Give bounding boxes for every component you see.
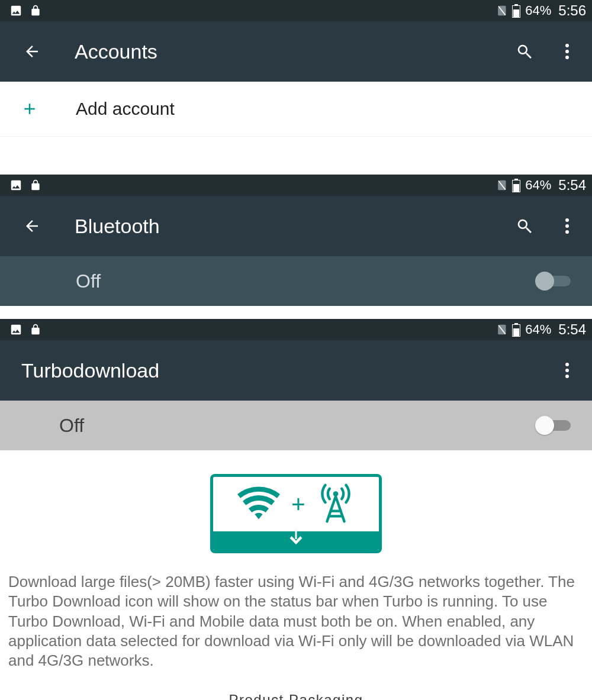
image-icon: [9, 179, 22, 192]
panel-turbo: 64% 5:54 Turbodownload Off: [0, 319, 592, 700]
status-bar: 64% 5:54: [0, 319, 592, 340]
battery-percent: 64%: [525, 322, 551, 337]
battery-icon: [512, 322, 520, 337]
toolbar-bluetooth: Bluetooth: [0, 196, 592, 256]
battery-percent: 64%: [525, 178, 551, 193]
add-account-label: Add account: [76, 99, 175, 119]
svg-point-20: [565, 375, 569, 378]
turbo-switch[interactable]: [536, 418, 571, 433]
svg-point-19: [565, 369, 569, 372]
add-account-row[interactable]: Add account: [0, 82, 592, 136]
svg-point-18: [565, 363, 569, 366]
lock-icon: [30, 4, 41, 18]
status-bar: 64% 5:54: [0, 175, 592, 196]
svg-rect-10: [514, 179, 518, 180]
toolbar-accounts: Accounts: [0, 21, 592, 82]
overflow-icon[interactable]: [554, 362, 580, 379]
turbo-illustration: +: [0, 450, 592, 567]
turbo-state-bar: Off: [0, 401, 592, 450]
sim-icon: [496, 322, 507, 337]
plus-symbol: +: [291, 491, 305, 518]
plus-icon: [19, 100, 40, 118]
download-arrow-icon: [285, 527, 307, 548]
wifi-icon: [236, 486, 282, 522]
svg-rect-17: [514, 323, 518, 325]
svg-point-6: [565, 56, 569, 59]
clock: 5:54: [558, 177, 586, 193]
image-icon: [9, 323, 22, 336]
svg-rect-2: [513, 9, 519, 17]
svg-point-13: [565, 230, 569, 234]
search-icon[interactable]: [511, 217, 538, 235]
clock: 5:54: [558, 321, 586, 338]
panel-bluetooth: 64% 5:54 Bluetooth Off: [0, 175, 592, 306]
sim-icon: [496, 4, 507, 18]
page-title: Turbodownload: [21, 359, 159, 382]
bluetooth-switch[interactable]: [536, 273, 571, 289]
status-bar: 64% 5:56: [0, 0, 592, 21]
bluetooth-state-label: Off: [76, 270, 101, 292]
back-icon[interactable]: [19, 217, 45, 235]
panel-gap: [0, 306, 592, 319]
search-icon[interactable]: [511, 43, 538, 60]
svg-rect-9: [513, 184, 519, 192]
caption: Product Packaging: [0, 685, 592, 700]
battery-icon: [512, 4, 520, 18]
overflow-icon[interactable]: [554, 217, 580, 235]
svg-rect-16: [513, 328, 519, 336]
back-icon[interactable]: [19, 43, 45, 60]
svg-point-5: [565, 50, 569, 53]
battery-icon: [512, 178, 520, 192]
svg-point-4: [565, 44, 569, 47]
page-title: Bluetooth: [75, 215, 160, 238]
panel-gap: [0, 137, 592, 175]
sim-icon: [496, 178, 507, 192]
battery-percent: 64%: [525, 3, 551, 18]
image-icon: [9, 4, 22, 17]
lock-icon: [30, 178, 41, 192]
svg-point-11: [565, 218, 569, 222]
turbo-state-label: Off: [59, 415, 84, 437]
toolbar-turbo: Turbodownload: [0, 340, 592, 401]
svg-point-12: [565, 224, 569, 228]
page-title: Accounts: [75, 40, 157, 63]
clock: 5:56: [558, 2, 586, 19]
svg-rect-3: [514, 4, 518, 6]
turbo-description: Download large files(> 20MB) faster usin…: [0, 567, 592, 685]
overflow-icon[interactable]: [554, 43, 580, 60]
bluetooth-state-bar: Off: [0, 256, 592, 306]
panel-accounts: 64% 5:56 Accounts Add account: [0, 0, 592, 137]
lock-icon: [30, 322, 41, 337]
cell-tower-icon: [315, 483, 356, 525]
